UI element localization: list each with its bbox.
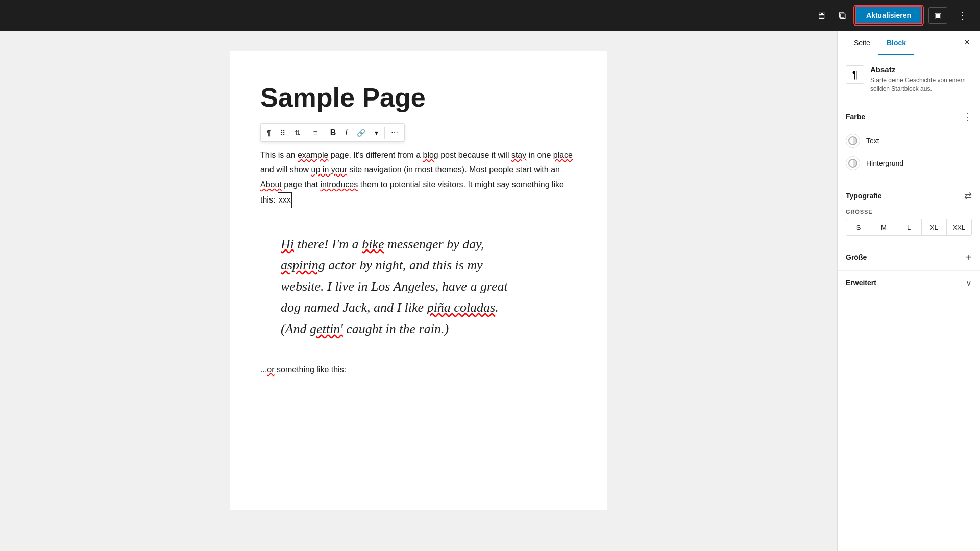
toolbar-divider-1 [307, 127, 307, 139]
erweitert-section-header[interactable]: Erweitert ∨ [838, 271, 980, 295]
top-bar: 🖥 ⧉ Aktualisieren ▣ ⋮ [0, 0, 980, 31]
more-formats-dropdown-btn[interactable]: ▾ [371, 127, 382, 139]
tab-seite[interactable]: Seite [846, 31, 878, 55]
erweitert-chevron-icon: ∨ [966, 278, 972, 288]
link-btn[interactable]: 🔗 [353, 127, 370, 139]
bold-btn[interactable]: B [326, 126, 340, 139]
size-xxl-btn[interactable]: XXL [947, 219, 971, 235]
squiggly-stay: stay [511, 151, 526, 159]
italic-btn[interactable]: I [341, 126, 351, 139]
color-options: Text Hintergrund [838, 130, 980, 183]
move-arrows-btn[interactable]: ⇅ [290, 127, 305, 139]
typografie-section-header[interactable]: Typografie ⇄ [838, 183, 980, 209]
paragraph-type-btn[interactable]: ¶ [263, 127, 275, 139]
editor-content: Sample Page ¶ ⠿ ⇅ ≡ B I 🔗 ▾ ⋯ This is an… [230, 51, 607, 510]
block-text-info: Absatz Starte deine Geschichte von einem… [870, 65, 972, 93]
size-m-btn[interactable]: M [871, 219, 896, 235]
toolbar-divider-3 [384, 127, 385, 139]
hintergrund-color-circle [846, 156, 860, 170]
main-layout: Sample Page ¶ ⠿ ⇅ ≡ B I 🔗 ▾ ⋯ This is an… [0, 31, 980, 551]
size-s-btn[interactable]: S [846, 219, 871, 235]
typografie-section: Typografie ⇄ GRÖSSE S M L XL XXL [838, 183, 980, 244]
quote-block[interactable]: Hi there! I'm a bike messenger by day, a… [260, 223, 577, 350]
grosse-add-btn[interactable]: + [966, 252, 972, 263]
cursor-text: xxx [278, 192, 292, 208]
squiggly-about: About [260, 180, 282, 189]
typografie-title: Typografie [846, 192, 882, 200]
squiggly-example: example [298, 151, 328, 159]
grosse-section-header[interactable]: Größe + [838, 244, 980, 270]
block-toolbar: ¶ ⠿ ⇅ ≡ B I 🔗 ▾ ⋯ [260, 123, 405, 142]
tab-block[interactable]: Block [878, 31, 914, 55]
paragraph-block[interactable]: This is an example page. It's different … [260, 148, 577, 208]
squiggly-place: place [553, 151, 573, 159]
quote-text: Hi there! I'm a bike messenger by day, a… [281, 237, 508, 336]
farbe-title: Farbe [846, 113, 865, 121]
squiggly-introduces: introduces [320, 180, 358, 189]
size-buttons: S M L XL XXL [846, 219, 972, 236]
external-link-icon-btn[interactable]: ⧉ [836, 7, 849, 23]
block-info: ¶ Absatz Starte deine Geschichte von ein… [838, 55, 980, 104]
typo-section: GRÖSSE S M L XL XXL [838, 209, 980, 244]
farbe-section-header[interactable]: Farbe ⋮ [838, 104, 980, 130]
more-options-button[interactable]: ⋮ [953, 7, 972, 23]
editor-area: Sample Page ¶ ⠿ ⇅ ≡ B I 🔗 ▾ ⋯ This is an… [0, 31, 837, 551]
toolbar-divider-2 [324, 127, 324, 139]
hintergrund-color-label: Hintergrund [866, 159, 903, 167]
hintergrund-color-inner [848, 159, 857, 168]
size-l-btn[interactable]: L [896, 219, 921, 235]
block-description: Starte deine Geschichte von einem solide… [870, 76, 972, 93]
block-type-icon: ¶ [846, 65, 864, 84]
size-xl-btn[interactable]: XL [922, 219, 947, 235]
grosse-custom-section: Größe + [838, 244, 980, 271]
or-line-text: ...or something like this: [260, 365, 346, 374]
or-line-block[interactable]: ...or something like this: [260, 365, 577, 374]
align-btn[interactable]: ≡ [309, 127, 322, 139]
text-color-label: Text [866, 137, 879, 145]
text-span: This is an example page. It's different … [260, 151, 573, 204]
sidebar-close-button[interactable]: × [962, 35, 972, 50]
sidebar-toggle-button[interactable]: ▣ [928, 7, 947, 24]
text-color-circle [846, 134, 860, 148]
typografie-settings-btn[interactable]: ⇄ [964, 190, 972, 202]
farbe-section: Farbe ⋮ Text Hintergrund [838, 104, 980, 183]
monitor-icon-btn[interactable]: 🖥 [813, 7, 829, 23]
farbe-more-btn[interactable]: ⋮ [963, 111, 972, 122]
sidebar-tab-group: Seite Block [846, 31, 914, 55]
grosse-section-title: Größe [846, 253, 867, 261]
color-option-text[interactable]: Text [846, 130, 972, 152]
text-color-inner [848, 136, 857, 145]
squiggly-up: up in your [311, 165, 347, 174]
right-sidebar: Seite Block × ¶ Absatz Starte deine Gesc… [837, 31, 980, 551]
erweitert-section: Erweitert ∨ [838, 271, 980, 295]
aktualisieren-button[interactable]: Aktualisieren [855, 6, 922, 24]
erweitert-title: Erweitert [846, 279, 876, 287]
block-options-btn[interactable]: ⋯ [387, 127, 402, 139]
page-title: Sample Page [260, 82, 577, 113]
absatz-icon: ¶ [852, 69, 858, 81]
block-name: Absatz [870, 65, 972, 74]
squiggly-blog: blog [423, 151, 438, 159]
grosse-label: GRÖSSE [846, 209, 972, 215]
color-option-hintergrund[interactable]: Hintergrund [846, 152, 972, 174]
drag-handle-btn[interactable]: ⠿ [276, 127, 289, 139]
sidebar-tabs: Seite Block × [838, 31, 980, 55]
